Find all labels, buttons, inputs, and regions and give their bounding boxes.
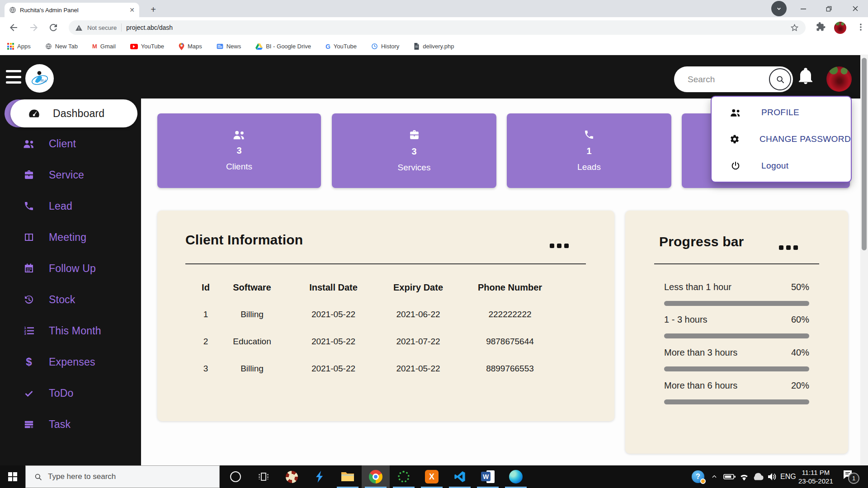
taskbar-cortana-button[interactable]: [222, 465, 250, 488]
screen: Ruchita's Admin Panel ✕ +: [0, 0, 868, 488]
drive-icon: [255, 43, 263, 50]
window-minimize-button[interactable]: [793, 0, 814, 17]
tray-volume[interactable]: [767, 465, 778, 488]
divider: [654, 263, 819, 264]
sidebar-item-client[interactable]: Client: [0, 133, 141, 155]
ellipsis-menu-icon[interactable]: [779, 245, 798, 250]
notifications-bell-icon[interactable]: [797, 67, 814, 87]
app-header: RA: [0, 55, 868, 99]
chevron-up-icon: [711, 474, 718, 480]
taskbar-file-explorer-button[interactable]: [334, 465, 362, 488]
progress-bar: [664, 366, 809, 371]
green-ring-app-icon: [398, 471, 410, 483]
taskbar-app-lightning-button[interactable]: [306, 465, 334, 488]
bookmark-star-icon[interactable]: [790, 23, 799, 33]
taskbar-search-input[interactable]: [48, 472, 197, 481]
divider: [185, 263, 586, 264]
taskbar-app-green-button[interactable]: [390, 465, 418, 488]
taskbar-vscode-button[interactable]: [446, 465, 474, 488]
search-icon: [34, 473, 42, 481]
menu-item-profile[interactable]: PROFILE: [712, 99, 851, 126]
forward-icon[interactable]: [28, 22, 39, 33]
extensions-icon[interactable]: [816, 22, 826, 32]
progress-label: More than 6 hours: [664, 380, 737, 391]
scrollbar-thumb[interactable]: [862, 58, 867, 250]
bookmark-youtube[interactable]: YouTube: [130, 43, 164, 50]
browser-profile-avatar[interactable]: [834, 22, 846, 34]
bookmark-delivery-php[interactable]: delivery.php: [414, 43, 454, 50]
tray-onedrive[interactable]: [751, 465, 764, 488]
bookmark-new-tab[interactable]: New Tab: [45, 43, 78, 50]
sidebar-item-meeting[interactable]: Meeting: [0, 226, 141, 248]
search-input[interactable]: [674, 75, 751, 84]
bookmark-maps[interactable]: Maps: [179, 43, 202, 50]
sidebar-item-follow-up[interactable]: Follow Up: [0, 258, 141, 279]
reload-icon[interactable]: [48, 22, 59, 33]
stat-card-services[interactable]: 3 Services: [332, 113, 496, 188]
hamburger-menu-icon[interactable]: [6, 70, 21, 84]
tray-help-button[interactable]: ?: [692, 465, 704, 488]
sidebar-item-stock[interactable]: Stock: [0, 289, 141, 310]
sidebar-item-expenses[interactable]: $ Expenses: [0, 351, 141, 373]
taskbar-task-view-button[interactable]: [250, 465, 278, 488]
security-label: Not secure: [87, 24, 117, 31]
menu-item-logout[interactable]: Logout: [712, 152, 851, 179]
tray-clock[interactable]: 11:11 PM 23-05-2021: [798, 465, 833, 488]
stat-card-clients[interactable]: 3 Clients: [157, 113, 321, 188]
app-logo[interactable]: RA: [25, 64, 54, 93]
column-header: Expiry Date: [389, 273, 448, 301]
notification-count-badge: 1: [848, 473, 859, 484]
sidebar-item-dashboard[interactable]: Dashboard: [5, 99, 137, 127]
tray-show-hidden-icons[interactable]: [711, 465, 718, 488]
sidebar-item-todo[interactable]: ToDo: [0, 382, 141, 404]
users-icon: [730, 108, 741, 117]
sidebar-item-task[interactable]: Task: [0, 413, 141, 435]
page-scrollbar[interactable]: [860, 55, 868, 465]
tab-close-icon[interactable]: ✕: [129, 7, 135, 13]
table-cell: 2: [185, 337, 226, 347]
youtube-icon: [130, 44, 138, 49]
media-controls-button[interactable]: [771, 1, 787, 16]
progress-bar: [664, 399, 809, 404]
omnibox-divider: [121, 23, 122, 32]
user-avatar[interactable]: [826, 66, 852, 92]
bookmark-news[interactable]: News: [217, 43, 241, 50]
taskbar-chrome-button[interactable]: [362, 465, 390, 488]
start-button[interactable]: [0, 465, 25, 488]
bookmark-bi-google-drive[interactable]: BI - Google Drive: [255, 43, 311, 50]
vscode-icon: [453, 470, 466, 483]
header-search: [674, 66, 793, 92]
taskbar-xampp-button[interactable]: X: [418, 465, 446, 488]
address-bar[interactable]: Not secure project.abc/dash: [69, 20, 806, 35]
ellipsis-menu-icon[interactable]: [550, 244, 569, 248]
bookmark-youtube-2[interactable]: G YouTube: [326, 43, 357, 50]
new-tab-button[interactable]: +: [147, 4, 159, 15]
bookmark-gmail[interactable]: M Gmail: [92, 43, 116, 50]
back-icon[interactable]: [8, 22, 19, 33]
tab-title: Ruchita's Admin Panel: [20, 7, 126, 14]
column-header: Id: [185, 273, 226, 301]
browser-tabstrip: Ruchita's Admin Panel ✕ +: [0, 0, 868, 17]
table-cell: Billing: [226, 364, 278, 374]
stat-label: Services: [398, 163, 431, 173]
browser-tab[interactable]: Ruchita's Admin Panel ✕: [5, 3, 139, 17]
taskbar-word-button[interactable]: W: [474, 465, 502, 488]
tray-wifi[interactable]: [739, 465, 750, 488]
tray-notifications-button[interactable]: 1: [842, 469, 863, 485]
window-restore-button[interactable]: [818, 0, 840, 17]
sidebar-item-service[interactable]: Service: [0, 164, 141, 186]
bookmark-history[interactable]: History: [371, 43, 399, 50]
sidebar-item-lead[interactable]: Lead: [0, 195, 141, 217]
tray-battery[interactable]: [723, 465, 736, 488]
window-close-button[interactable]: [844, 0, 866, 17]
sidebar-item-this-month[interactable]: 123 This Month: [0, 320, 141, 342]
menu-item-change-password[interactable]: CHANGE PASSWORD: [712, 126, 851, 153]
tray-language[interactable]: ENG: [780, 465, 796, 488]
search-button[interactable]: [769, 68, 791, 90]
browser-menu-icon[interactable]: [856, 22, 866, 33]
stat-card-leads[interactable]: 1 Leads: [507, 113, 671, 188]
bookmark-apps[interactable]: Apps: [7, 43, 31, 50]
taskbar-app-buoy-button[interactable]: [278, 465, 306, 488]
stat-value: 1: [586, 146, 591, 156]
taskbar-edge-button[interactable]: [502, 465, 530, 488]
